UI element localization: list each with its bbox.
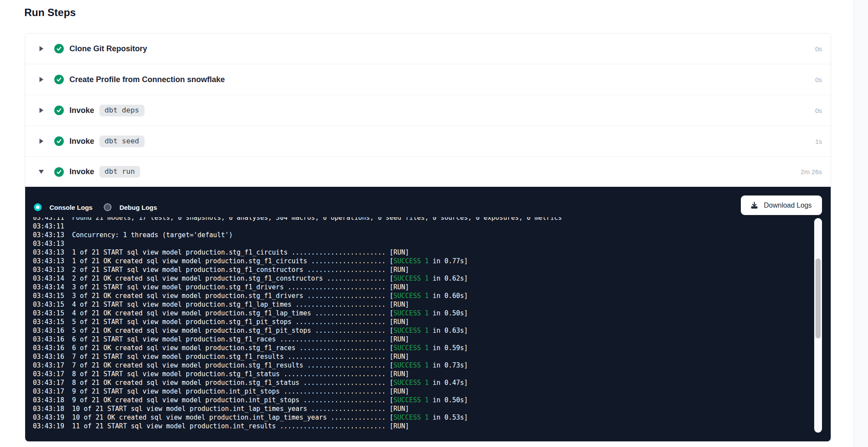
success-check-icon bbox=[54, 75, 64, 84]
log-scrollbar-thumb[interactable] bbox=[815, 258, 821, 338]
step-duration: 0s bbox=[815, 76, 822, 83]
step-row-1[interactable]: Clone Git Repository0s bbox=[25, 33, 831, 64]
success-check-icon bbox=[54, 136, 64, 146]
step-row-4[interactable]: Invokedbt seed1s bbox=[25, 126, 831, 157]
download-icon bbox=[750, 201, 759, 210]
step-row-3[interactable]: Invokedbt deps0s bbox=[25, 95, 831, 126]
step-label: Invoke bbox=[69, 167, 94, 176]
log-tab-label-1[interactable]: Console Logs bbox=[49, 204, 92, 211]
success-check-icon bbox=[54, 106, 64, 115]
log-tabs: Console LogsDebug Logs bbox=[34, 203, 157, 211]
radio-unselected-icon[interactable] bbox=[104, 203, 112, 211]
step-label: Invoke bbox=[69, 137, 94, 146]
caret-right-icon[interactable] bbox=[39, 139, 44, 144]
step-label: Invoke bbox=[69, 106, 94, 115]
caret-right-icon[interactable] bbox=[39, 46, 44, 51]
log-scrollbar-track[interactable] bbox=[814, 218, 822, 433]
caret-down-icon[interactable] bbox=[39, 170, 44, 174]
log-tab-label-2[interactable]: Debug Logs bbox=[119, 204, 157, 211]
step-duration: 0s bbox=[815, 107, 822, 114]
step-duration: 1s bbox=[815, 138, 822, 145]
radio-selected-icon[interactable] bbox=[34, 203, 42, 211]
download-logs-label: Download Logs bbox=[764, 202, 812, 209]
step-duration: 2m 26s bbox=[801, 168, 822, 175]
success-check-icon bbox=[54, 167, 64, 177]
console-panel: Console LogsDebug Logs Download Logs 03:… bbox=[25, 187, 831, 441]
step-command-badge: dbt run bbox=[99, 166, 140, 178]
run-steps-card: Clone Git Repository0sCreate Profile fro… bbox=[25, 33, 831, 442]
caret-right-icon[interactable] bbox=[39, 77, 44, 82]
step-label: Clone Git Repository bbox=[69, 44, 147, 53]
page-right-gutter bbox=[853, 0, 868, 447]
step-command-badge: dbt seed bbox=[99, 136, 144, 147]
step-command-badge: dbt deps bbox=[99, 105, 144, 116]
success-check-icon bbox=[54, 44, 64, 53]
console-log-viewport: 03:43:11 Found 21 models, 17 tests, 0 sn… bbox=[25, 217, 831, 441]
step-row-2[interactable]: Create Profile from Connection snowflake… bbox=[25, 64, 831, 95]
console-log-text: 03:43:11 Found 21 models, 17 tests, 0 sn… bbox=[25, 217, 831, 430]
caret-right-icon[interactable] bbox=[39, 108, 44, 113]
step-duration: 0s bbox=[815, 45, 822, 53]
download-logs-button[interactable]: Download Logs bbox=[741, 195, 822, 215]
page-title: Run Steps bbox=[24, 7, 76, 18]
step-row-5[interactable]: Invokedbt run2m 26s bbox=[25, 157, 831, 187]
step-label: Create Profile from Connection snowflake bbox=[69, 75, 225, 84]
